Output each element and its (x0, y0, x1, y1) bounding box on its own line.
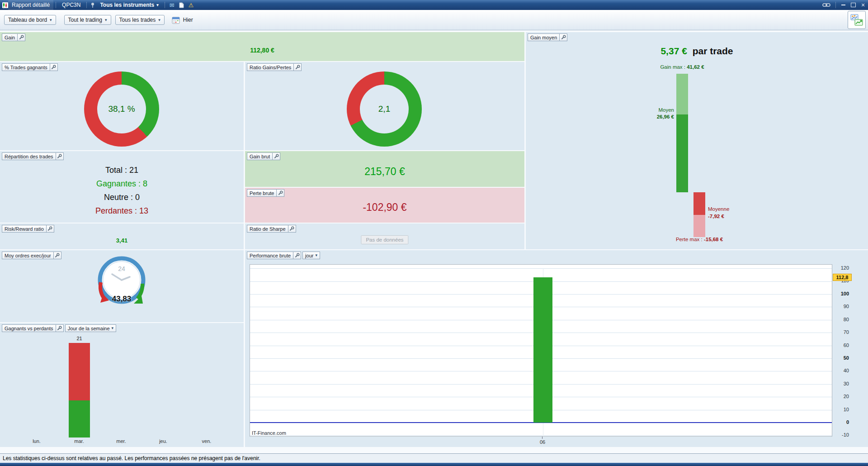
ratio-gp-value: 2,1 (378, 104, 390, 114)
chart-views-icon (850, 14, 863, 26)
performance-granularity-dropdown[interactable]: jour ▾ (302, 252, 320, 259)
envelope-icon[interactable]: ✉ (170, 2, 175, 9)
wrench-icon[interactable] (18, 33, 25, 41)
document-icon[interactable] (179, 2, 184, 8)
sharpe-no-data-chip: Pas de données (361, 235, 408, 244)
chevron-down-icon: ▾ (112, 326, 114, 330)
divider (165, 2, 165, 8)
disclaimer-text: Les statistiques ci-dessus sont relative… (3, 455, 260, 461)
repartition-total: Total : 21 (0, 166, 244, 175)
pct-trades-header: % Trades gagnants (2, 63, 58, 71)
wrench-icon[interactable] (277, 189, 284, 197)
dashboard-view-button[interactable] (848, 11, 866, 29)
ytick-70: 70 (833, 329, 849, 335)
divider (56, 2, 56, 8)
tab-rapport-detaille[interactable]: Rapport détaillé (8, 0, 53, 10)
gain-max-bar (676, 74, 688, 114)
gain-max-value: 41,62 € (687, 64, 704, 70)
gain-max-line: Gain max : 41,62 € (614, 64, 750, 70)
ytick-60: 60 (833, 342, 849, 348)
repartition-title: Répartition des trades (2, 152, 56, 160)
ytick-10: 10 (833, 406, 849, 413)
dashboard-dropdown[interactable]: Tableau de bord ▾ (4, 15, 56, 25)
wrench-icon[interactable] (560, 33, 567, 41)
wrench-icon[interactable] (56, 152, 64, 160)
weekday-granularity-dropdown[interactable]: Jour de la semaine ▾ (65, 324, 116, 332)
trades-filter-label: Tous les trades (119, 17, 156, 23)
gain-brut-header: Gain brut (247, 152, 280, 160)
ytick-100: 100 (833, 290, 849, 297)
performance-bar (533, 277, 552, 423)
wrench-icon[interactable] (50, 63, 58, 71)
close-button[interactable]: × (858, 0, 868, 10)
pin-icon[interactable] (90, 2, 95, 8)
ytick-80: 80 (833, 316, 849, 323)
gain-moyen-suffix: par trade (693, 46, 733, 56)
moy-ordres-title: Moy ordres exec/jour (2, 252, 54, 259)
trades-filter-dropdown[interactable]: Tous les trades ▾ (115, 15, 165, 25)
restore-button[interactable] (848, 0, 858, 10)
day-label-lun: lun. (22, 438, 51, 444)
perte-brute-title: Perte brute (247, 189, 277, 197)
moyen-value: 26,96 € (624, 114, 674, 119)
panel-gain-brut: Gain brut 215,70 € (245, 151, 524, 187)
toolbar: Tableau de bord ▾ Tout le trading ▾ Tous… (0, 10, 868, 30)
gain-header: Gain (2, 33, 25, 41)
panel-gain-moyen: Gain moyen 5,37 € par trade Gain max : 4… (526, 32, 868, 249)
ytick-40: 40 (833, 367, 849, 374)
performance-title: Performance brute (247, 252, 293, 259)
wrench-icon[interactable] (273, 152, 280, 160)
repartition-gagnantes: Gagnantes : 8 (0, 179, 244, 189)
tab-rapport-label: Rapport détaillé (12, 2, 50, 8)
weekday-losers-bar (69, 343, 90, 400)
panel-performance: Performance brute jour ▾ IT-Finance.com … (245, 250, 868, 447)
wrench-icon[interactable] (56, 324, 64, 332)
panel-weekday-chart: Gagnants vs perdants Jour de la semaine … (0, 323, 244, 447)
trading-scope-dropdown[interactable]: Tout le trading ▾ (64, 15, 111, 25)
ratio-gp-donut-hole: 2,1 (360, 85, 409, 133)
panel-ratio-gp: Ratio Gains/Pertes 2,1 (245, 62, 524, 150)
panel-perte-brute: Perte brute -102,90 € (245, 188, 524, 223)
app-icon (2, 2, 8, 8)
instruments-dropdown[interactable]: Tous les instruments ▾ (96, 0, 162, 10)
pct-trades-donut: 38,1 % (84, 71, 159, 147)
chevron-down-icon: ▾ (105, 18, 107, 22)
chevron-down-icon: ▾ (50, 18, 52, 22)
perte-brute-header: Perte brute (247, 189, 284, 197)
minimize-button[interactable] (838, 0, 848, 10)
calendar-icon[interactable] (172, 16, 180, 24)
gain-moyen-headline: 5,37 € par trade (526, 46, 868, 57)
wrench-icon[interactable] (47, 225, 54, 233)
panel-sharpe: Ratio de Sharpe Pas de données (245, 223, 524, 249)
sharpe-title: Ratio de Sharpe (247, 225, 288, 233)
wrench-icon[interactable] (288, 225, 296, 233)
gain-title: Gain (2, 33, 18, 41)
restore-icon (851, 3, 856, 7)
link-icon[interactable] (822, 2, 830, 8)
gauge-icon: 24 (92, 254, 151, 314)
day-label-jeu: jeu. (149, 438, 178, 444)
perte-max-line: Perte max : -15,68 € (645, 237, 754, 242)
wrench-icon[interactable] (293, 252, 301, 259)
perte-max-label: Perte max : (676, 237, 703, 242)
warning-icon[interactable]: ⚠ (189, 2, 194, 9)
ytick-90: 90 (833, 303, 849, 309)
wrench-icon[interactable] (294, 63, 302, 71)
repartition-perdantes: Perdantes : 13 (0, 206, 244, 216)
watermark: IT-Finance.com (252, 430, 286, 436)
perte-moyenne-bar (693, 192, 705, 215)
tab-qpc3n-label: QPC3N (62, 2, 80, 8)
gain-moyen-header: Gain moyen (528, 33, 567, 41)
trading-scope-label: Tout le trading (68, 17, 102, 23)
chevron-down-icon: ▾ (158, 18, 160, 22)
divider (86, 2, 87, 8)
tab-qpc3n[interactable]: QPC3N (58, 0, 84, 10)
chevron-down-icon: ▾ (156, 3, 159, 7)
performance-header: Performance brute jour ▾ (247, 252, 320, 259)
risk-reward-header: Risk/Reward ratio (2, 225, 54, 233)
weekday-chart-header: Gagnants vs perdants Jour de la semaine … (2, 324, 116, 332)
wrench-icon[interactable] (54, 252, 61, 259)
dashboard-dropdown-label: Tableau de bord (8, 17, 47, 23)
gain-brut-title: Gain brut (247, 152, 273, 160)
panel-risk-reward: Risk/Reward ratio 3,41 (0, 223, 244, 249)
